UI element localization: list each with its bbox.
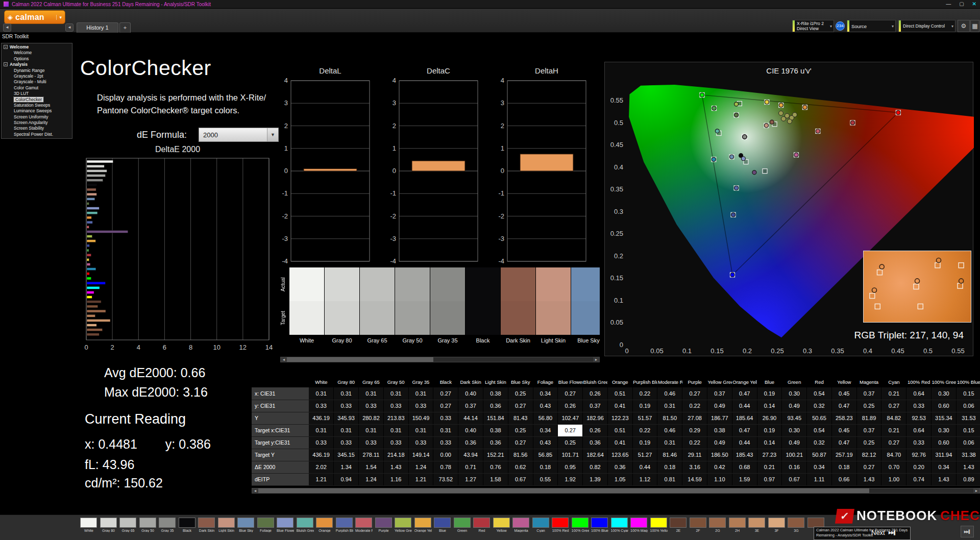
table-cell[interactable]: 51.27 — [632, 449, 657, 461]
sidebar-item-screen-angularity[interactable]: Screen Angularity — [2, 120, 72, 126]
table-cell[interactable]: 0.31 — [334, 424, 359, 436]
table-cell[interactable]: 0.19 — [632, 400, 657, 412]
table-cell[interactable]: 0.45 — [831, 387, 856, 400]
table-cell[interactable]: 0.18 — [657, 461, 682, 473]
table-cell[interactable]: 0.30 — [782, 424, 807, 436]
table-cell[interactable]: 0.31 — [309, 387, 334, 400]
pattern-button-orange[interactable]: Orange — [316, 518, 333, 532]
table-cell[interactable]: 1.39 — [583, 473, 608, 485]
strip-scrollbar[interactable]: ◄ ► — [280, 357, 600, 362]
table-cell[interactable]: 0.95 — [558, 461, 583, 473]
table-cell[interactable]: 0.27 — [558, 387, 583, 400]
table-cell[interactable]: 186.50 — [707, 449, 732, 461]
table-cell[interactable]: 0.25 — [856, 400, 881, 412]
maximize-button[interactable]: ▢ — [959, 2, 964, 7]
table-cell[interactable]: 1.21 — [408, 473, 433, 485]
table-cell[interactable]: 0.33 — [359, 436, 384, 449]
pattern-button-white[interactable]: White — [80, 518, 97, 532]
pattern-button-light-skin[interactable]: Light Skin — [218, 518, 235, 532]
table-cell[interactable]: 0.32 — [807, 436, 832, 449]
table-cell[interactable]: 0.22 — [632, 424, 657, 436]
table-cell[interactable]: 0.33 — [383, 436, 408, 449]
table-cell[interactable]: 0.18 — [831, 461, 856, 473]
table-cell[interactable]: 0.44 — [732, 436, 757, 449]
table-cell[interactable]: 0.30 — [932, 387, 957, 400]
table-cell[interactable]: 2.02 — [309, 461, 334, 473]
table-cell[interactable]: 0.27 — [508, 400, 533, 412]
table-cell[interactable]: 0.45 — [831, 424, 856, 436]
table-cell[interactable]: 315.34 — [932, 412, 957, 424]
scrollbar-thumb[interactable] — [258, 488, 869, 493]
table-cell[interactable]: 43.94 — [458, 449, 483, 461]
table-cell[interactable]: 0.30 — [932, 424, 957, 436]
table-cell[interactable]: 0.34 — [533, 424, 558, 436]
table-cell[interactable]: 0.38 — [707, 424, 732, 436]
table-cell[interactable]: 345.93 — [334, 412, 359, 424]
pattern-button-blue-sky[interactable]: Blue Sky — [237, 518, 255, 532]
table-cell[interactable]: 0.26 — [583, 387, 608, 400]
table-cell[interactable]: 0.47 — [732, 387, 757, 400]
pattern-button-moderate-red[interactable]: Moderate Red — [355, 518, 373, 532]
table-cell[interactable]: 436.19 — [309, 412, 334, 424]
table-cell[interactable]: 186.77 — [707, 412, 732, 424]
table-cell[interactable]: 31.38 — [956, 449, 980, 461]
pattern-button-purple[interactable]: Purple — [375, 518, 393, 532]
table-cell[interactable]: 152.21 — [483, 449, 508, 461]
table-cell[interactable]: 73.52 — [433, 473, 458, 485]
table-cell[interactable]: 0.06 — [956, 436, 980, 449]
table-cell[interactable]: 29.11 — [682, 449, 707, 461]
collapse-node-icon[interactable]: - — [4, 62, 8, 66]
table-cell[interactable]: 0.47 — [831, 400, 856, 412]
table-cell[interactable]: 27.08 — [682, 412, 707, 424]
table-cell[interactable]: 0.68 — [732, 461, 757, 473]
pattern-button-black[interactable]: Black — [179, 518, 196, 532]
table-cell[interactable]: 0.00 — [433, 449, 458, 461]
add-tab-button[interactable]: + — [119, 22, 131, 33]
table-cell[interactable]: 311.94 — [932, 449, 957, 461]
table-cell[interactable]: 0.38 — [483, 387, 508, 400]
table-cell[interactable]: 101.71 — [558, 449, 583, 461]
table-cell[interactable]: 0.67 — [508, 473, 533, 485]
table-cell[interactable]: 0.25 — [508, 424, 533, 436]
table-cell[interactable]: 50.65 — [807, 412, 832, 424]
sidebar-item-saturation-sweeps[interactable]: Saturation Sweeps — [2, 103, 72, 108]
table-cell[interactable]: 0.33 — [433, 436, 458, 449]
scroll-left-icon[interactable]: ◄ — [281, 357, 287, 362]
table-cell[interactable]: 0.47 — [732, 424, 757, 436]
table-cell[interactable]: 0.43 — [533, 436, 558, 449]
table-cell[interactable]: 0.31 — [408, 387, 433, 400]
table-cell[interactable]: 185.64 — [732, 412, 757, 424]
table-cell[interactable]: 0.27 — [558, 424, 583, 436]
table-cell[interactable]: 0.14 — [757, 436, 782, 449]
table-cell[interactable]: 0.36 — [458, 436, 483, 449]
sidebar-item-screen-stability[interactable]: Screen Stability — [2, 126, 72, 131]
table-cell[interactable]: 1.43 — [856, 473, 881, 485]
pattern-button-cyan[interactable]: Cyan — [532, 518, 550, 532]
table-cell[interactable]: 0.74 — [906, 473, 932, 485]
table-cell[interactable]: 0.34 — [807, 461, 832, 473]
table-cell[interactable]: 0.14 — [757, 400, 782, 412]
source-selector[interactable]: Source ▾ — [847, 20, 896, 32]
table-cell[interactable]: 0.33 — [408, 436, 433, 449]
pattern-button-100-cyan[interactable]: 100% Cyan — [611, 518, 628, 532]
table-cell[interactable]: 51.57 — [632, 412, 657, 424]
scroll-right-icon[interactable]: ► — [973, 488, 979, 493]
table-cell[interactable]: 27.23 — [757, 449, 782, 461]
sidebar-item-grayscale-multi[interactable]: Grayscale - Multi — [2, 79, 72, 85]
table-cell[interactable]: 1.24 — [408, 461, 433, 473]
table-cell[interactable]: 3.16 — [682, 461, 707, 473]
table-cell[interactable]: 1.10 — [707, 473, 732, 485]
table-cell[interactable]: 257.19 — [831, 449, 856, 461]
table-cell[interactable]: 0.62 — [508, 461, 533, 473]
table-scrollbar[interactable]: ◄ ► — [252, 488, 980, 494]
table-cell[interactable]: 81.56 — [508, 449, 533, 461]
table-cell[interactable]: 0.43 — [533, 400, 558, 412]
calman-menu-button[interactable]: ◈ calman ▾ — [4, 10, 65, 24]
table-cell[interactable]: 81.89 — [856, 412, 881, 424]
table-cell[interactable]: 0.37 — [707, 387, 732, 400]
table-cell[interactable]: 81.46 — [657, 449, 682, 461]
table-cell[interactable]: 0.51 — [607, 424, 632, 436]
table-cell[interactable]: 0.33 — [383, 400, 408, 412]
pattern-advance-button[interactable]: ▶▶▌ — [961, 526, 974, 537]
table-cell[interactable]: 0.26 — [558, 400, 583, 412]
